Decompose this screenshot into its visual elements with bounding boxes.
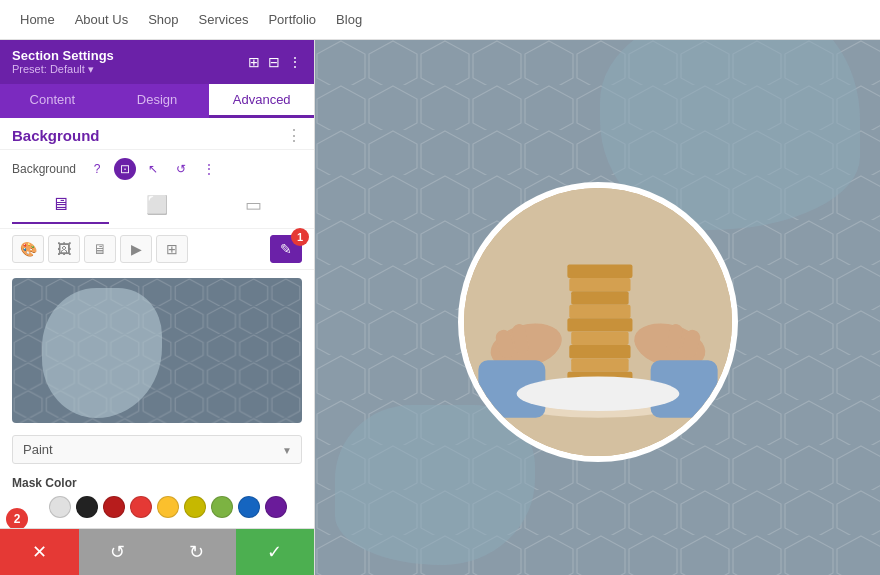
nav-portfolio[interactable]: Portfolio (268, 12, 316, 27)
redo-button[interactable]: ↻ (157, 529, 236, 575)
mask-color-section: Mask Color 2 (0, 472, 314, 528)
svg-rect-9 (569, 304, 630, 317)
sidebar-content: Background ⋮ Background ? ⊡ ↖ ↺ ⋮ 🖥 ⬜ ▭ … (0, 118, 314, 528)
save-button[interactable]: ✓ (236, 529, 315, 575)
content-area (315, 40, 880, 575)
paint-select[interactable]: Paint Image Gradient (12, 435, 302, 464)
svg-rect-11 (571, 331, 628, 344)
type-video-btn[interactable]: ▶ (120, 235, 152, 263)
cancel-button[interactable]: ✕ (0, 529, 79, 575)
color-swatches: ✏ (49, 496, 302, 528)
section-settings-header: Section Settings Preset: Default ▾ ⊞ ⊟ ⋮ (0, 40, 314, 84)
badge-2: 2 (6, 508, 28, 529)
undo-button[interactable]: ↺ (79, 529, 158, 575)
section-header-icons: ⊞ ⊟ ⋮ (248, 54, 302, 70)
swatch-blue[interactable] (238, 496, 260, 518)
swatch-dark-red[interactable] (103, 496, 125, 518)
device-tablet-btn[interactable]: ⬜ (109, 188, 206, 224)
swatch-black[interactable] (76, 496, 98, 518)
svg-rect-8 (571, 291, 628, 304)
background-preview (12, 278, 302, 423)
top-navigation: Home About Us Shop Services Portfolio Bl… (0, 0, 880, 40)
nav-home[interactable]: Home (20, 12, 55, 27)
circle-image-inner (464, 188, 732, 456)
mask-color-title: Mask Color (12, 476, 302, 490)
background-more-icon[interactable]: ⋮ (286, 126, 302, 145)
swatch-pencil-icon[interactable]: ✏ (49, 523, 71, 528)
device-mobile-btn[interactable]: ▭ (205, 188, 302, 224)
svg-rect-7 (569, 277, 630, 290)
hands-blocks-svg (464, 182, 732, 462)
type-row: 🎨 🖼 🖥 ▶ ⊞ ✎ 1 (0, 229, 314, 270)
nav-about[interactable]: About Us (75, 12, 128, 27)
svg-rect-12 (569, 344, 630, 357)
paint-select-wrapper: Paint Image Gradient (12, 435, 302, 464)
nav-shop[interactable]: Shop (148, 12, 178, 27)
tab-content[interactable]: Content (0, 84, 105, 118)
bottom-toolbar: ✕ ↺ ↻ ✓ (0, 528, 314, 575)
swatch-red[interactable] (130, 496, 152, 518)
section-header-info: Section Settings Preset: Default ▾ (12, 48, 114, 76)
section-header-preset[interactable]: Preset: Default ▾ (12, 63, 114, 76)
background-row-label: Background (12, 162, 76, 176)
main-layout: Section Settings Preset: Default ▾ ⊞ ⊟ ⋮… (0, 40, 880, 575)
device-row: 🖥 ⬜ ▭ (0, 184, 314, 229)
swatch-green[interactable] (211, 496, 233, 518)
type-edit-badge: 1 (291, 228, 309, 246)
background-label-row: Background ? ⊡ ↖ ↺ ⋮ (0, 150, 314, 184)
background-title: Background (12, 127, 100, 144)
svg-rect-10 (567, 318, 632, 331)
section-more-icon[interactable]: ⋮ (288, 54, 302, 70)
swatch-yellow[interactable] (157, 496, 179, 518)
background-more-options-btn[interactable]: ⋮ (198, 158, 220, 180)
svg-rect-13 (571, 358, 628, 371)
device-desktop-btn[interactable]: 🖥 (12, 188, 109, 224)
type-image-btn[interactable]: 🖼 (48, 235, 80, 263)
circle-image (458, 182, 738, 462)
svg-rect-6 (567, 264, 632, 277)
svg-point-23 (516, 376, 679, 410)
section-layout-icon[interactable]: ⊟ (268, 54, 280, 70)
type-desktop-btn[interactable]: 🖥 (84, 235, 116, 263)
section-grid-icon[interactable]: ⊞ (248, 54, 260, 70)
sidebar: Section Settings Preset: Default ▾ ⊞ ⊟ ⋮… (0, 40, 315, 575)
swatch-light-gray[interactable] (49, 496, 71, 518)
tab-advanced[interactable]: Advanced (209, 84, 314, 118)
type-grid-btn[interactable]: ⊞ (156, 235, 188, 263)
background-reset-btn[interactable]: ↺ (170, 158, 192, 180)
select-row: Paint Image Gradient (0, 431, 314, 472)
type-paint-btn[interactable]: 🎨 (12, 235, 44, 263)
swatch-purple[interactable] (265, 496, 287, 518)
background-help-icon[interactable]: ? (86, 158, 108, 180)
nav-blog[interactable]: Blog (336, 12, 362, 27)
tab-design[interactable]: Design (105, 84, 210, 118)
swatch-olive[interactable] (184, 496, 206, 518)
background-cursor-btn[interactable]: ↖ (142, 158, 164, 180)
background-section-header: Background ⋮ (0, 118, 314, 150)
background-desktop-btn[interactable]: ⊡ (114, 158, 136, 180)
nav-services[interactable]: Services (199, 12, 249, 27)
section-header-title: Section Settings (12, 48, 114, 63)
sidebar-tabs: Content Design Advanced (0, 84, 314, 118)
type-edit-btn[interactable]: ✎ 1 (270, 235, 302, 263)
